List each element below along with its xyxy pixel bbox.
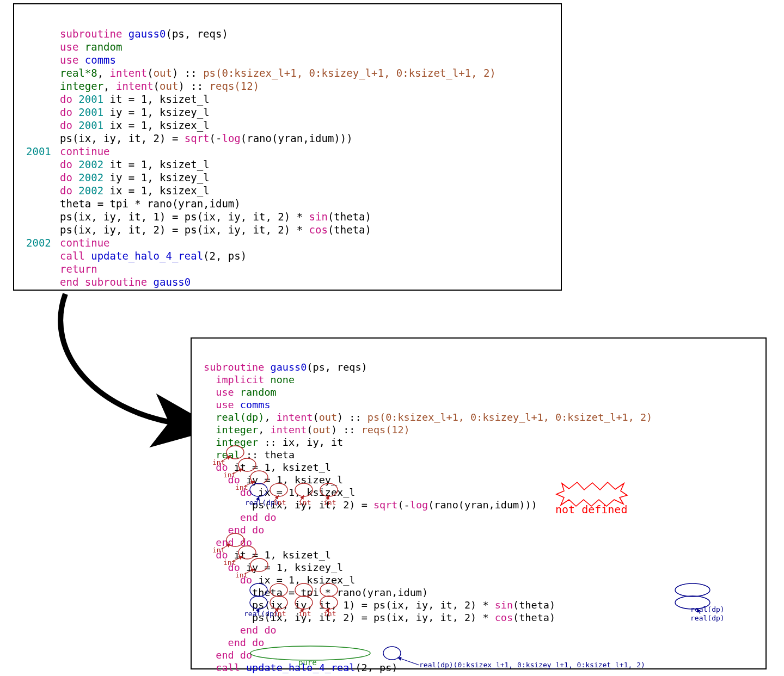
kw-out: out <box>319 411 337 423</box>
kw-use: use <box>60 54 78 66</box>
label-2001: 2001 <box>78 119 103 131</box>
assign-ps: ps(ix, iy, it, 2) = <box>60 132 185 144</box>
lineno-2002: 2002 <box>26 237 51 249</box>
type-integer: integer <box>216 437 258 448</box>
anno-int-it2: int <box>212 546 225 554</box>
kw-continue: continue <box>60 145 110 157</box>
kw-intent: intent <box>116 80 154 92</box>
decl-loopvars: :: ix, iy, it <box>258 437 343 448</box>
label-2001: 2001 <box>78 93 103 105</box>
fn-log: log <box>410 499 428 511</box>
id-gauss0: gauss0 <box>147 276 191 288</box>
id-gauss0: gauss0 <box>264 361 307 373</box>
kw-implicit: implicit <box>216 374 264 385</box>
var-iy: iy <box>295 599 307 611</box>
assign-ps2: ps(ix, iy, it, 2) = ps(ix, iy, it, 2) * <box>60 224 309 236</box>
label-2002: 2002 <box>78 158 103 170</box>
anno-int-iy2: int <box>223 558 236 567</box>
mod-random: random <box>234 386 277 398</box>
fn-sqrt: sqrt <box>185 132 210 144</box>
assign-ps1: ps(ix, iy, it, 1) = ps(ix, iy, it, 2) * <box>60 211 309 223</box>
fn-update-halo: update_halo_4_real <box>240 662 356 673</box>
kw-return: return <box>60 263 97 275</box>
kw-out: out <box>313 424 331 435</box>
var-theta: theta <box>519 599 549 611</box>
kw-do: do <box>60 119 72 131</box>
kw-call: call <box>60 250 85 262</box>
kw-enddo: end do <box>228 637 265 648</box>
var-it: it <box>319 599 331 611</box>
anno-int-iy1: int <box>223 471 236 479</box>
figure-stage: subroutine gauss0(ps, reqs) use random u… <box>0 0 784 676</box>
var-ps: ps <box>252 599 264 611</box>
type-realdp: real(dp) <box>216 411 264 423</box>
anno-int-it2b: int <box>323 610 336 618</box>
lineno-2001: 2001 <box>26 145 51 157</box>
anno-int-ix1: int <box>235 483 248 491</box>
mod-comms: comms <box>234 399 271 410</box>
anno-not-defined: not defined <box>555 503 627 516</box>
label-2002: 2002 <box>78 171 103 183</box>
anno-int-iy1b: int <box>298 499 311 507</box>
var-ix: ix <box>271 599 283 611</box>
var-ix: ix <box>258 574 270 586</box>
fn-update-halo: update_halo_4_real <box>85 250 203 262</box>
kw-enddo: end do <box>216 649 252 661</box>
kw-use: use <box>60 41 78 53</box>
kw-out: out <box>154 67 172 79</box>
kw-enddo: end do <box>228 524 265 536</box>
mod-comms: comms <box>85 54 116 66</box>
type-real8: real*8 <box>60 67 97 79</box>
anno-int-iy2b: int <box>298 610 311 618</box>
fn-log: log <box>222 132 240 144</box>
fn-cos: cos <box>495 612 513 623</box>
decl-ps: ps(0:ksizex_l+1, 0:ksizey_l+1, 0:ksizet_… <box>203 67 496 79</box>
anno-realdp-theta2: real(dp) <box>690 614 725 622</box>
kw-call: call <box>216 662 240 673</box>
label-2002: 2002 <box>78 185 103 196</box>
type-integer: integer <box>60 80 103 92</box>
kw-do: do <box>60 185 72 196</box>
assign-theta: theta = tpi * rano(yran,idum) <box>252 587 428 598</box>
var-theta: theta <box>519 612 549 623</box>
sig-args: (ps, reqs) <box>307 361 367 373</box>
anno-int-it1b: int <box>323 499 336 507</box>
anno-int-ix1b: int <box>273 499 286 507</box>
anno-int-it1: int <box>212 458 225 466</box>
kw-intent: intent <box>277 411 313 423</box>
kw-use: use <box>216 386 234 398</box>
decl-reqs: reqs(12) <box>210 80 260 92</box>
decl-theta: :: theta <box>240 449 295 460</box>
var-ix: ix <box>258 487 270 498</box>
anno-int-ix2: int <box>235 571 248 579</box>
id-gauss0: gauss0 <box>128 28 166 40</box>
mod-random: random <box>85 41 122 53</box>
label-2001: 2001 <box>78 106 103 118</box>
kw-enddo: end do <box>240 624 277 636</box>
code-box-original: subroutine gauss0(ps, reqs) use random u… <box>13 3 562 291</box>
kw-subroutine: subroutine <box>204 361 264 373</box>
anno-pure: pure <box>298 658 317 667</box>
anno-realdp-theta1: real(dp) <box>690 605 725 613</box>
kw-subroutine: subroutine <box>60 28 122 40</box>
fn-cos: cos <box>309 224 328 236</box>
kw-none: none <box>264 374 295 385</box>
type-integer: integer <box>216 424 258 435</box>
kw-intent: intent <box>110 67 148 79</box>
kw-do: do <box>60 93 72 105</box>
kw-continue: continue <box>60 237 110 249</box>
kw-enddo: end do <box>240 512 277 523</box>
decl-reqs: reqs(12) <box>362 424 410 435</box>
kw-do: do <box>60 106 72 118</box>
fn-sin: sin <box>309 211 328 223</box>
assign-theta: theta = tpi * rano(yran,idum) <box>60 198 241 210</box>
fn-sin: sin <box>495 599 513 611</box>
anno-ps-shape: real(dp)(0:ksizex_l+1, 0:ksizey_l+1, 0:k… <box>419 661 645 669</box>
anno-int-ix2b: int <box>273 610 286 618</box>
kw-intent: intent <box>271 424 307 435</box>
decl-ps: ps(0:ksizex_l+1, 0:ksizey_l+1, 0:ksizet_… <box>367 411 652 423</box>
kw-end-subroutine: end subroutine <box>60 276 147 288</box>
var-ps: ps <box>379 662 391 673</box>
kw-do: do <box>60 171 72 183</box>
fn-sqrt: sqrt <box>373 499 398 511</box>
